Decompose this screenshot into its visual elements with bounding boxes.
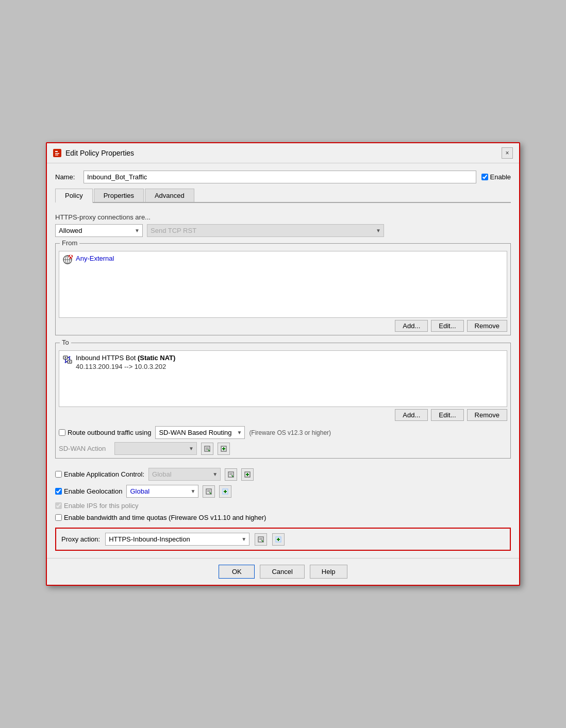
- bandwidth-row: Enable bandwidth and time quotas (Firewa…: [55, 514, 511, 521]
- nat-icon: [62, 355, 73, 365]
- geolocation-dropdown[interactable]: Global: [126, 485, 198, 498]
- ok-button[interactable]: OK: [219, 565, 255, 579]
- title-bar: Edit Policy Properties ×: [47, 143, 519, 163]
- sdwan-action-row: SD-WAN Action ▼: [59, 442, 507, 455]
- svg-point-11: [65, 357, 66, 359]
- app-control-edit-icon[interactable]: [225, 468, 237, 481]
- svg-rect-1: [55, 151, 58, 152]
- from-btn-row: Add... Edit... Remove: [59, 320, 507, 332]
- enable-checkbox-label[interactable]: Enable: [481, 173, 511, 181]
- connections-select-wrap: Allowed Denied Denied (send reset) ▼: [55, 224, 143, 237]
- from-remove-button[interactable]: Remove: [467, 320, 507, 332]
- svg-text:X: X: [69, 255, 73, 260]
- sdwan-edit-icon[interactable]: [201, 443, 213, 455]
- to-add-button[interactable]: Add...: [395, 409, 428, 421]
- app-control-checkbox[interactable]: [55, 471, 62, 478]
- svg-rect-2: [55, 153, 59, 154]
- https-proxy-label: HTTPS-proxy connections are...: [55, 213, 151, 221]
- sdwan-action-label: SD-WAN Action: [59, 445, 110, 452]
- dialog-body: Name: Enable Policy Properties Advanced …: [47, 163, 519, 558]
- sdwan-action-dropdown[interactable]: [114, 442, 197, 455]
- proxy-action-section: Proxy action: HTTPS-Inbound-Inspection ▼: [55, 528, 511, 551]
- app-control-text: Enable Application Control:: [64, 470, 144, 478]
- bandwidth-label[interactable]: Enable bandwidth and time quotas (Firewa…: [55, 514, 266, 521]
- any-external-icon: X: [62, 255, 73, 265]
- tab-policy[interactable]: Policy: [55, 189, 93, 203]
- geolocation-select-wrap: Global ▼: [126, 485, 198, 498]
- app-control-select-wrap: Global ▼: [148, 468, 221, 481]
- app-control-add-icon[interactable]: [241, 468, 254, 481]
- sdwan-routing-select-wrap: SD-WAN Based Routing ▼: [155, 426, 245, 439]
- https-proxy-row: HTTPS-proxy connections are... Allowed D…: [55, 213, 511, 237]
- cancel-button[interactable]: Cancel: [260, 565, 304, 579]
- edit-policy-dialog: Edit Policy Properties × Name: Enable Po…: [46, 142, 520, 586]
- tab-policy-content: HTTPS-proxy connections are... Allowed D…: [55, 208, 511, 551]
- enable-checkbox[interactable]: [481, 174, 488, 180]
- proxy-action-add-icon[interactable]: [272, 533, 285, 546]
- proxy-action-label: Proxy action:: [61, 535, 100, 543]
- name-label: Name:: [55, 173, 78, 181]
- close-button[interactable]: ×: [502, 147, 513, 159]
- https-dropdowns: Allowed Denied Denied (send reset) ▼ Sen…: [55, 224, 511, 237]
- to-item-nat: (Static NAT): [138, 354, 175, 362]
- to-item-content: Inbound HTTPS Bot (Static NAT) 40.113.20…: [76, 354, 175, 370]
- geolocation-checkbox[interactable]: [55, 488, 62, 495]
- sdwan-add-icon[interactable]: [218, 443, 230, 455]
- name-input[interactable]: [84, 171, 476, 183]
- bandwidth-checkbox[interactable]: [55, 514, 62, 521]
- geolocation-label[interactable]: Enable Geolocation: [55, 487, 122, 495]
- title-bar-left: Edit Policy Properties: [53, 149, 134, 157]
- route-outbound-row: Route outbound traffic using SD-WAN Base…: [59, 426, 507, 439]
- app-control-dropdown[interactable]: Global: [148, 468, 221, 481]
- route-outbound-label[interactable]: Route outbound traffic using: [59, 429, 151, 436]
- dialog-footer: OK Cancel Help: [47, 558, 519, 585]
- action-select-wrap: Send TCP RST ▼: [147, 224, 384, 237]
- proxy-action-select-wrap: HTTPS-Inbound-Inspection ▼: [105, 533, 249, 546]
- ips-checkbox[interactable]: [55, 502, 62, 509]
- connections-dropdown[interactable]: Allowed Denied Denied (send reset): [55, 224, 143, 237]
- action-dropdown[interactable]: Send TCP RST: [147, 224, 384, 237]
- from-list: X Any-External: [59, 251, 507, 318]
- to-item-line1: Inbound HTTPS Bot (Static NAT): [76, 354, 175, 362]
- svg-marker-19: [64, 362, 66, 363]
- help-button[interactable]: Help: [310, 565, 347, 579]
- from-edit-button[interactable]: Edit...: [431, 320, 463, 332]
- ips-text: Enable IPS for this policy: [64, 502, 139, 510]
- geolocation-row: Enable Geolocation Global ▼: [55, 485, 511, 498]
- sdwan-routing-note: (Fireware OS v12.3 or higher): [249, 429, 331, 436]
- app-control-label[interactable]: Enable Application Control:: [55, 470, 144, 478]
- tab-bar: Policy Properties Advanced: [55, 189, 511, 203]
- ips-label: Enable IPS for this policy: [55, 502, 139, 510]
- svg-rect-3: [55, 155, 58, 156]
- ips-row: Enable IPS for this policy: [55, 502, 511, 510]
- sdwan-action-select-wrap: ▼: [114, 442, 197, 455]
- edit-policy-icon: [53, 149, 61, 157]
- to-item-name: Inbound HTTPS Bot: [76, 354, 138, 362]
- from-add-button[interactable]: Add...: [395, 320, 428, 332]
- to-legend: To: [60, 338, 71, 346]
- svg-point-13: [69, 361, 71, 363]
- geolocation-edit-icon[interactable]: [203, 485, 215, 498]
- to-btn-row: Add... Edit... Remove: [59, 409, 507, 421]
- geolocation-text: Enable Geolocation: [64, 487, 122, 495]
- dialog-title: Edit Policy Properties: [65, 149, 134, 157]
- enable-label: Enable: [490, 173, 511, 181]
- to-section: To: [55, 343, 511, 459]
- to-item-line2: 40.113.200.194 --> 10.0.3.202: [76, 363, 175, 370]
- any-external-text: Any-External: [76, 255, 114, 262]
- route-outbound-text: Route outbound traffic using: [68, 429, 151, 436]
- app-control-row: Enable Application Control: Global ▼: [55, 468, 511, 481]
- tab-properties[interactable]: Properties: [94, 189, 144, 202]
- list-item[interactable]: X Any-External: [61, 253, 505, 266]
- to-remove-button[interactable]: Remove: [467, 409, 507, 421]
- tab-advanced[interactable]: Advanced: [145, 189, 194, 202]
- proxy-action-edit-icon[interactable]: [255, 533, 267, 546]
- options-section: Enable Application Control: Global ▼: [55, 468, 511, 551]
- route-outbound-checkbox[interactable]: [59, 429, 65, 436]
- to-list-item[interactable]: Inbound HTTPS Bot (Static NAT) 40.113.20…: [61, 353, 505, 371]
- proxy-action-dropdown[interactable]: HTTPS-Inbound-Inspection: [105, 533, 249, 546]
- to-list: Inbound HTTPS Bot (Static NAT) 40.113.20…: [59, 350, 507, 407]
- sdwan-routing-dropdown[interactable]: SD-WAN Based Routing: [155, 426, 245, 439]
- geolocation-add-icon[interactable]: [219, 485, 231, 498]
- to-edit-button[interactable]: Edit...: [431, 409, 463, 421]
